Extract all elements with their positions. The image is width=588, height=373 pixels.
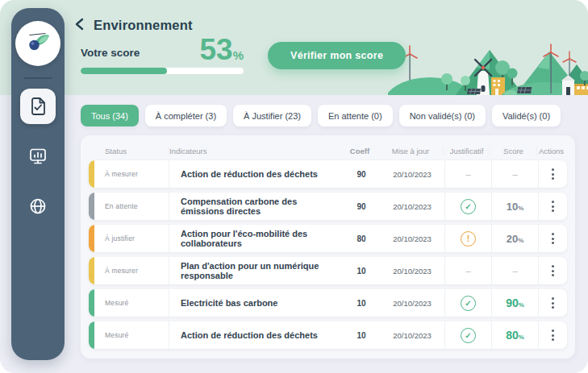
score-value: 53% (200, 38, 244, 62)
score-cell: 80% (491, 321, 538, 349)
kebab-menu-icon (548, 294, 557, 312)
app-window: Environnement Votre score 53% Vérifier m… (0, 0, 588, 373)
score-cell: – (491, 257, 538, 284)
sidebar-item-web[interactable] (20, 189, 56, 224)
score-section: Votre score 53% Vérifier mon score (0, 38, 588, 74)
indicator-name: Compensation carbone des émissions direc… (169, 193, 343, 220)
score-progressbar (81, 68, 244, 74)
table-row: En attente Compensation carbone des émis… (89, 193, 567, 220)
table-rows: À mesurer Action de réduction des déchet… (89, 160, 567, 349)
check-circle-icon: ✓ (461, 199, 476, 214)
row-actions-button[interactable] (538, 160, 567, 188)
warning-circle-icon: ! (461, 231, 476, 247)
table-header-row: Status Indicateurs Coeff Mise à jour Jus… (89, 140, 567, 160)
updated-date: 20/10/2023 (380, 257, 444, 284)
score-progress-fill (81, 68, 167, 74)
filter-tab-5[interactable]: Validé(s) (0) (492, 105, 561, 126)
back-button[interactable] (74, 18, 85, 33)
justificatif-cell: – (444, 160, 491, 188)
score-cell: – (491, 160, 538, 188)
coeff-value: 10 (343, 289, 380, 317)
column-header-coeff: Coeff (341, 147, 378, 155)
sidebar-item-dashboard[interactable] (20, 139, 56, 174)
header-band: Environnement Votre score 53% Vérifier m… (0, 0, 588, 95)
coeff-value: 90 (343, 160, 380, 188)
empty-placeholder: – (465, 169, 470, 179)
document-check-icon (27, 96, 48, 117)
app-logo[interactable] (15, 21, 60, 66)
kebab-menu-icon (548, 326, 557, 344)
score-block: Votre score 53% (81, 38, 244, 74)
content-area: Tous (34)À compléter (3)À Justifier (23)… (0, 95, 588, 358)
score-value: 10% (507, 201, 524, 213)
comet-logo-icon (22, 27, 54, 60)
filter-tab-4[interactable]: Non validé(s) (0) (399, 105, 486, 126)
building-icon (574, 84, 588, 95)
row-actions-button[interactable] (538, 225, 567, 252)
score-value: 20% (507, 233, 524, 245)
status-badge: En attente (105, 202, 138, 210)
status-cell: À mesurer (95, 160, 169, 188)
building-icon (491, 77, 505, 95)
monitor-chart-icon (27, 146, 48, 167)
status-badge: Mesuré (105, 299, 129, 307)
filter-tab-0[interactable]: Tous (34) (81, 105, 139, 126)
kebab-menu-icon (548, 230, 557, 247)
breadcrumb: Environnement (0, 0, 588, 33)
sidebar-item-indicators[interactable] (20, 89, 56, 124)
row-actions-button[interactable] (538, 193, 567, 220)
verify-score-button[interactable]: Vérifier mon score (268, 42, 406, 69)
updated-date: 20/10/2023 (380, 225, 444, 252)
indicator-name: Action de réduction des déchets (169, 321, 343, 349)
table-row: À justifier Action pour l'éco-mobilité d… (89, 225, 567, 252)
indicator-name: Action pour l'éco-mobilité des collabora… (169, 225, 343, 252)
kebab-menu-icon (548, 165, 557, 183)
updated-date: 20/10/2023 (380, 289, 444, 317)
updated-date: 20/10/2023 (380, 193, 444, 220)
row-actions-button[interactable] (538, 257, 567, 284)
justificatif-cell: ! (444, 225, 491, 252)
coeff-value: 80 (343, 225, 380, 252)
column-header-status: Status (95, 147, 169, 155)
status-cell: Mesuré (95, 289, 169, 317)
coeff-value: 10 (343, 257, 380, 284)
kebab-menu-icon (548, 197, 557, 215)
table-row: À mesurer Action de réduction des déchet… (89, 160, 567, 188)
score-value: 90% (506, 296, 524, 309)
column-header-justificatif: Justificatif (443, 147, 490, 155)
indicator-name: Plan d'action pour un numérique responsa… (169, 257, 343, 284)
column-header-mise-a-jour: Mise à jour (378, 147, 443, 155)
filter-tab-1[interactable]: À compléter (3) (145, 105, 227, 126)
column-header-indicateurs: Indicateurs (169, 147, 341, 155)
filter-tab-3[interactable]: En attente (0) (318, 105, 393, 126)
coeff-value: 90 (343, 193, 380, 220)
chevron-left-icon (74, 18, 85, 33)
justificatif-cell: ✓ (444, 193, 491, 220)
indicators-table: Status Indicateurs Coeff Mise à jour Jus… (81, 135, 575, 358)
indicator-name: Action de réduction des déchets (169, 160, 343, 188)
coeff-value: 10 (343, 321, 380, 349)
justificatif-cell: ✓ (444, 289, 491, 317)
filter-tabs: Tous (34)À compléter (3)À Justifier (23)… (81, 105, 575, 126)
status-cell: En attente (95, 193, 169, 220)
empty-placeholder: – (512, 266, 517, 276)
row-actions-button[interactable] (538, 289, 567, 317)
check-circle-icon: ✓ (461, 328, 476, 343)
empty-placeholder: – (465, 266, 470, 276)
justificatif-cell: ✓ (444, 321, 491, 349)
filter-tab-2[interactable]: À Justifier (23) (233, 105, 311, 126)
table-row: À mesurer Plan d'action pour un numériqu… (89, 257, 567, 284)
updated-date: 20/10/2023 (380, 160, 444, 188)
score-cell: 20% (491, 225, 538, 252)
updated-date: 20/10/2023 (380, 321, 444, 349)
score-label: Votre score (81, 47, 140, 62)
status-badge: À mesurer (105, 267, 138, 275)
kebab-menu-icon (548, 262, 557, 280)
status-badge: Mesuré (105, 331, 129, 339)
column-header-score: Score (490, 147, 536, 155)
column-header-actions: Actions (536, 147, 565, 155)
row-actions-button[interactable] (538, 321, 567, 349)
score-cell: 10% (491, 193, 538, 220)
sidebar-divider (23, 77, 52, 79)
score-value: 80% (506, 329, 524, 342)
